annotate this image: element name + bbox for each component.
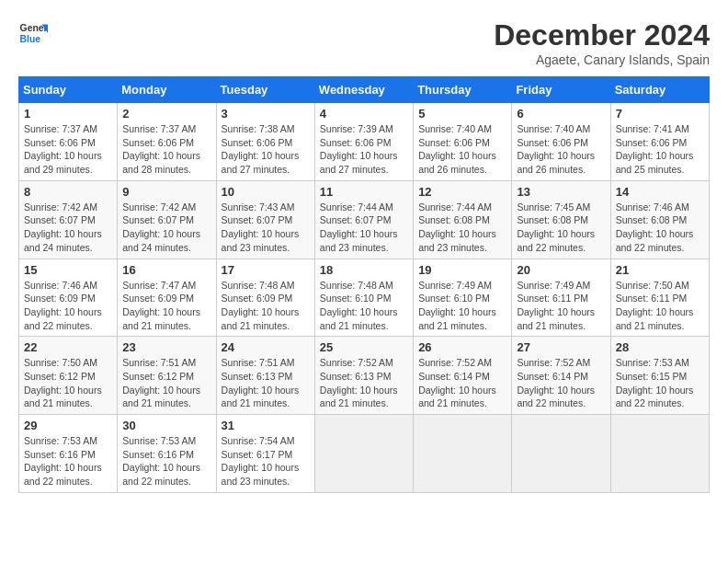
calendar-cell: 1 Sunrise: 7:37 AMSunset: 6:06 PMDayligh… bbox=[19, 103, 118, 181]
day-info: Sunrise: 7:44 AMSunset: 6:08 PMDaylight:… bbox=[418, 201, 506, 255]
calendar-week-5: 29 Sunrise: 7:53 AMSunset: 6:16 PMDaylig… bbox=[19, 415, 710, 493]
header-cell-thursday: Thursday bbox=[414, 77, 512, 103]
calendar-cell: 23 Sunrise: 7:51 AMSunset: 6:12 PMDaylig… bbox=[118, 337, 216, 415]
calendar-week-4: 22 Sunrise: 7:50 AMSunset: 6:12 PMDaylig… bbox=[19, 337, 710, 415]
day-number: 29 bbox=[24, 419, 112, 432]
day-info: Sunrise: 7:42 AMSunset: 6:07 PMDaylight:… bbox=[24, 201, 112, 255]
day-info: Sunrise: 7:45 AMSunset: 6:08 PMDaylight:… bbox=[517, 201, 605, 255]
calendar-cell: 14 Sunrise: 7:46 AMSunset: 6:08 PMDaylig… bbox=[610, 180, 709, 259]
day-info: Sunrise: 7:53 AMSunset: 6:15 PMDaylight:… bbox=[616, 356, 704, 410]
calendar-week-1: 1 Sunrise: 7:37 AMSunset: 6:06 PMDayligh… bbox=[19, 103, 710, 181]
day-number: 3 bbox=[222, 107, 310, 121]
header-cell-monday: Monday bbox=[118, 77, 216, 103]
day-number: 4 bbox=[320, 107, 408, 121]
calendar-cell: 13 Sunrise: 7:45 AMSunset: 6:08 PMDaylig… bbox=[512, 180, 610, 259]
day-info: Sunrise: 7:54 AMSunset: 6:17 PMDaylight:… bbox=[222, 434, 310, 488]
day-number: 19 bbox=[418, 263, 506, 277]
day-number: 22 bbox=[24, 340, 112, 354]
calendar-cell: 25 Sunrise: 7:52 AMSunset: 6:13 PMDaylig… bbox=[314, 337, 413, 415]
day-number: 15 bbox=[24, 263, 112, 277]
day-number: 6 bbox=[517, 107, 605, 121]
calendar-table: SundayMondayTuesdayWednesdayThursdayFrid… bbox=[18, 76, 710, 493]
day-info: Sunrise: 7:48 AMSunset: 6:09 PMDaylight:… bbox=[222, 279, 310, 333]
day-info: Sunrise: 7:51 AMSunset: 6:12 PMDaylight:… bbox=[122, 356, 210, 410]
day-number: 24 bbox=[222, 340, 310, 354]
calendar-cell: 28 Sunrise: 7:53 AMSunset: 6:15 PMDaylig… bbox=[610, 337, 709, 415]
day-info: Sunrise: 7:52 AMSunset: 6:14 PMDaylight:… bbox=[517, 356, 605, 410]
calendar-cell bbox=[314, 415, 413, 493]
calendar-cell: 31 Sunrise: 7:54 AMSunset: 6:17 PMDaylig… bbox=[216, 415, 314, 493]
day-info: Sunrise: 7:41 AMSunset: 6:06 PMDaylight:… bbox=[616, 122, 704, 177]
header-row: SundayMondayTuesdayWednesdayThursdayFrid… bbox=[19, 77, 710, 103]
calendar-cell bbox=[512, 415, 610, 493]
calendar-cell: 20 Sunrise: 7:49 AMSunset: 6:11 PMDaylig… bbox=[512, 259, 610, 337]
calendar-cell: 22 Sunrise: 7:50 AMSunset: 6:12 PMDaylig… bbox=[19, 337, 118, 415]
calendar-cell: 9 Sunrise: 7:42 AMSunset: 6:07 PMDayligh… bbox=[118, 180, 216, 259]
day-info: Sunrise: 7:48 AMSunset: 6:10 PMDaylight:… bbox=[320, 279, 408, 333]
day-number: 9 bbox=[122, 185, 210, 199]
day-info: Sunrise: 7:47 AMSunset: 6:09 PMDaylight:… bbox=[122, 279, 210, 333]
calendar-cell: 16 Sunrise: 7:47 AMSunset: 6:09 PMDaylig… bbox=[118, 259, 216, 337]
location-title: Agaete, Canary Islands, Spain bbox=[494, 52, 710, 67]
day-info: Sunrise: 7:39 AMSunset: 6:06 PMDaylight:… bbox=[320, 122, 408, 177]
day-info: Sunrise: 7:51 AMSunset: 6:13 PMDaylight:… bbox=[222, 356, 310, 410]
svg-text:Blue: Blue bbox=[20, 34, 41, 44]
calendar-cell: 7 Sunrise: 7:41 AMSunset: 6:06 PMDayligh… bbox=[610, 103, 709, 181]
calendar-cell: 12 Sunrise: 7:44 AMSunset: 6:08 PMDaylig… bbox=[414, 180, 512, 259]
day-info: Sunrise: 7:46 AMSunset: 6:08 PMDaylight:… bbox=[616, 201, 704, 255]
calendar-cell: 8 Sunrise: 7:42 AMSunset: 6:07 PMDayligh… bbox=[19, 180, 118, 259]
header-cell-sunday: Sunday bbox=[19, 77, 118, 103]
day-info: Sunrise: 7:44 AMSunset: 6:07 PMDaylight:… bbox=[320, 201, 408, 255]
calendar-cell: 29 Sunrise: 7:53 AMSunset: 6:16 PMDaylig… bbox=[19, 415, 118, 493]
header-cell-tuesday: Tuesday bbox=[216, 77, 314, 103]
day-info: Sunrise: 7:50 AMSunset: 6:11 PMDaylight:… bbox=[616, 279, 704, 333]
title-area: December 2024 Agaete, Canary Islands, Sp… bbox=[494, 18, 710, 67]
calendar-cell bbox=[414, 415, 512, 493]
month-title: December 2024 bbox=[494, 18, 710, 52]
header: General Blue December 2024 Agaete, Canar… bbox=[18, 18, 710, 67]
header-cell-friday: Friday bbox=[512, 77, 610, 103]
day-number: 12 bbox=[418, 185, 506, 199]
calendar-cell: 19 Sunrise: 7:49 AMSunset: 6:10 PMDaylig… bbox=[414, 259, 512, 337]
day-number: 2 bbox=[122, 107, 210, 121]
day-info: Sunrise: 7:42 AMSunset: 6:07 PMDaylight:… bbox=[122, 201, 210, 255]
day-number: 16 bbox=[122, 263, 210, 277]
calendar-cell bbox=[610, 415, 709, 493]
calendar-cell: 24 Sunrise: 7:51 AMSunset: 6:13 PMDaylig… bbox=[216, 337, 314, 415]
day-number: 11 bbox=[320, 185, 408, 199]
day-info: Sunrise: 7:37 AMSunset: 6:06 PMDaylight:… bbox=[24, 122, 112, 177]
day-number: 28 bbox=[616, 340, 704, 354]
day-number: 5 bbox=[418, 107, 506, 121]
day-number: 8 bbox=[24, 185, 112, 199]
calendar-cell: 27 Sunrise: 7:52 AMSunset: 6:14 PMDaylig… bbox=[512, 337, 610, 415]
day-number: 7 bbox=[616, 107, 704, 121]
calendar-cell: 2 Sunrise: 7:37 AMSunset: 6:06 PMDayligh… bbox=[118, 103, 216, 181]
calendar-cell: 4 Sunrise: 7:39 AMSunset: 6:06 PMDayligh… bbox=[314, 103, 413, 181]
day-number: 13 bbox=[517, 185, 605, 199]
calendar-cell: 11 Sunrise: 7:44 AMSunset: 6:07 PMDaylig… bbox=[314, 180, 413, 259]
day-number: 1 bbox=[24, 107, 112, 121]
day-info: Sunrise: 7:37 AMSunset: 6:06 PMDaylight:… bbox=[122, 122, 210, 177]
calendar-cell: 17 Sunrise: 7:48 AMSunset: 6:09 PMDaylig… bbox=[216, 259, 314, 337]
calendar-week-3: 15 Sunrise: 7:46 AMSunset: 6:09 PMDaylig… bbox=[19, 259, 710, 337]
day-info: Sunrise: 7:46 AMSunset: 6:09 PMDaylight:… bbox=[24, 279, 112, 333]
calendar-cell: 15 Sunrise: 7:46 AMSunset: 6:09 PMDaylig… bbox=[19, 259, 118, 337]
day-number: 20 bbox=[517, 263, 605, 277]
day-info: Sunrise: 7:49 AMSunset: 6:11 PMDaylight:… bbox=[517, 279, 605, 333]
calendar-cell: 6 Sunrise: 7:40 AMSunset: 6:06 PMDayligh… bbox=[512, 103, 610, 181]
calendar-week-2: 8 Sunrise: 7:42 AMSunset: 6:07 PMDayligh… bbox=[19, 180, 710, 259]
day-number: 14 bbox=[616, 185, 704, 199]
day-number: 30 bbox=[122, 419, 210, 432]
day-number: 21 bbox=[616, 263, 704, 277]
calendar-cell: 5 Sunrise: 7:40 AMSunset: 6:06 PMDayligh… bbox=[414, 103, 512, 181]
day-info: Sunrise: 7:52 AMSunset: 6:13 PMDaylight:… bbox=[320, 356, 408, 410]
day-number: 18 bbox=[320, 263, 408, 277]
calendar-cell: 26 Sunrise: 7:52 AMSunset: 6:14 PMDaylig… bbox=[414, 337, 512, 415]
day-info: Sunrise: 7:43 AMSunset: 6:07 PMDaylight:… bbox=[222, 201, 310, 255]
day-number: 23 bbox=[122, 340, 210, 354]
day-info: Sunrise: 7:53 AMSunset: 6:16 PMDaylight:… bbox=[24, 434, 112, 488]
day-number: 25 bbox=[320, 340, 408, 354]
calendar-cell: 30 Sunrise: 7:53 AMSunset: 6:16 PMDaylig… bbox=[118, 415, 216, 493]
day-info: Sunrise: 7:40 AMSunset: 6:06 PMDaylight:… bbox=[418, 122, 506, 177]
calendar-cell: 21 Sunrise: 7:50 AMSunset: 6:11 PMDaylig… bbox=[610, 259, 709, 337]
